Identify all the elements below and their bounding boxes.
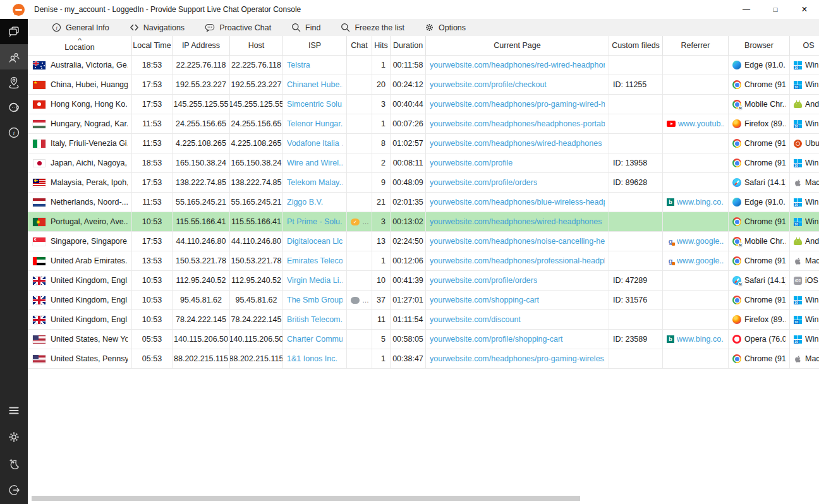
current-page-link[interactable]: yourwebsite.com/profile — [430, 159, 513, 167]
freeze-list-button[interactable]: Freeze the list — [341, 23, 404, 32]
table-row[interactable]: China, Hubei, Huangg...17:53192.55.23.22… — [28, 75, 819, 95]
current-page-link[interactable]: yourwebsite.com/headphones/red-wired-hea… — [430, 61, 605, 69]
apple-icon — [794, 257, 802, 265]
current-page-link[interactable]: yourwebsite.com/headphones/wired-headpho… — [430, 139, 602, 148]
horizontal-scrollbar-thumb[interactable] — [32, 496, 580, 501]
isp-link[interactable]: Pt Prime - Solu... — [287, 217, 343, 226]
isp-link[interactable]: Vodafone Italia ... — [287, 139, 343, 148]
angle-brackets-icon — [130, 23, 139, 32]
isp-link[interactable]: Charter Commu... — [287, 335, 343, 344]
location-text: United Arab Emirates... — [51, 256, 128, 265]
current-page-link[interactable]: yourwebsite.com/headphones/blue-wireless… — [430, 198, 605, 207]
current-page-link[interactable]: yourwebsite.com/headphones/wired-headpho… — [430, 217, 602, 226]
table-row[interactable]: United States, New Yo...05:53140.115.206… — [28, 330, 819, 349]
table-row[interactable]: United Kingdom, Engl...10:5395.45.81.629… — [28, 291, 819, 310]
table-row[interactable]: Singapore, Singapore...17:5344.110.246.8… — [28, 232, 819, 251]
column-header-browser[interactable]: Browser — [729, 36, 790, 55]
table-row[interactable]: United Kingdom, Engl...10:5378.24.222.14… — [28, 310, 819, 330]
referrer-cell — [663, 173, 729, 192]
referrer-link[interactable]: www.youtub... — [678, 119, 724, 128]
table-row[interactable]: Hong Kong, Hong Ko...17:53145.255.125.55… — [28, 95, 819, 114]
current-page-link[interactable]: yourwebsite.com/discount — [430, 315, 521, 324]
referrer-link[interactable]: www.google... — [677, 256, 724, 265]
chat-cell — [347, 56, 372, 75]
column-header-duration[interactable]: Duration — [391, 36, 426, 55]
column-header-hits[interactable]: Hits — [372, 36, 391, 55]
table-row[interactable]: Italy, Friuli-Venezia Gi...11:534.225.10… — [28, 134, 819, 153]
table-row[interactable]: Hungary, Nograd, Kar...11:5324.255.156.6… — [28, 114, 819, 134]
current-page-link[interactable]: yourwebsite.com/profile/shopping-cart — [430, 335, 563, 344]
table-row[interactable]: United States, Pennsy...05:5388.202.215.… — [28, 349, 819, 369]
sidebar-item-chats[interactable] — [0, 19, 28, 44]
referrer-link[interactable]: www.bing.co... — [677, 198, 724, 207]
table-row[interactable]: United Arab Emirates...13:53150.53.221.7… — [28, 251, 819, 271]
isp-link[interactable]: Simcentric Solu... — [287, 100, 343, 109]
referrer-link[interactable]: www.bing.co... — [677, 335, 724, 344]
minimize-button[interactable]: — — [732, 0, 761, 19]
local-time-cell: 10:53 — [132, 271, 173, 290]
current-page-cell: yourwebsite.com/profile/orders — [426, 173, 609, 192]
isp-link[interactable]: Telenor Hungar... — [287, 119, 343, 128]
isp-link[interactable]: British Telecom... — [287, 315, 343, 324]
info-circle-icon: i — [52, 23, 61, 32]
close-button[interactable]: × — [790, 0, 819, 19]
sidebar-item-settings[interactable] — [0, 424, 28, 450]
table-row[interactable]: Australia, Victoria, Ge...18:5322.225.76… — [28, 56, 819, 75]
current-page-link[interactable]: yourwebsite.com/headphones/pro-gaming-wi… — [430, 100, 605, 109]
isp-link[interactable]: Wire and Wirel... — [287, 159, 343, 167]
local-time-cell: 10:53 — [132, 310, 173, 329]
isp-link[interactable]: Digitalocean Llc — [287, 237, 343, 246]
isp-link[interactable]: Telstra — [287, 61, 310, 69]
sidebar-item-operator-support[interactable] — [0, 95, 28, 120]
current-page-link[interactable]: yourwebsite.com/profile/checkout — [430, 80, 547, 89]
column-header-local-time[interactable]: Local Time — [132, 36, 173, 55]
column-header-location[interactable]: ^ Location — [28, 36, 132, 55]
current-page-link[interactable]: yourwebsite.com/headphones/noise-cancell… — [430, 237, 605, 246]
isp-link[interactable]: Ziggo B.V. — [287, 198, 323, 207]
local-time-cell: 05:53 — [132, 349, 173, 368]
current-page-link[interactable]: yourwebsite.com/profile/orders — [430, 276, 537, 285]
current-page-link[interactable]: yourwebsite.com/headphones/headphones-po… — [430, 119, 605, 128]
column-header-chat[interactable]: Chat — [347, 36, 372, 55]
isp-link[interactable]: The Smb Group — [287, 296, 343, 304]
main-content: i General Info Navigations Proactive Cha… — [28, 19, 819, 504]
current-page-link[interactable]: yourwebsite.com/headphones/pro-gaming-wi… — [430, 354, 605, 363]
maximize-button[interactable]: □ — [761, 0, 790, 19]
isp-link[interactable]: Chinanet Hube... — [287, 80, 343, 89]
referrer-link[interactable]: www.google... — [677, 237, 724, 246]
table-row[interactable]: Netherlands, Noord-...11:5355.165.245.21… — [28, 193, 819, 212]
sidebar-item-night-mode[interactable] — [0, 451, 28, 476]
table-row[interactable]: Portugal, Aveiro, Ave...10:53115.55.166.… — [28, 212, 819, 232]
navigations-button[interactable]: Navigations — [130, 23, 185, 32]
proactive-chat-button[interactable]: Proactive Chat — [205, 23, 271, 32]
browser-cell: MSafari (14.1) — [729, 271, 790, 290]
sidebar-item-visitors[interactable] — [0, 44, 28, 69]
isp-link[interactable]: Telekom Malay... — [287, 178, 343, 187]
sidebar-item-info[interactable]: i — [0, 120, 28, 145]
column-header-host[interactable]: Host — [230, 36, 283, 55]
options-button[interactable]: Options — [425, 23, 466, 32]
sidebar-item-menu[interactable] — [0, 398, 28, 423]
os-text: Win — [805, 80, 819, 89]
referrer-cell: gwww.google... — [663, 251, 729, 270]
table-row[interactable]: Japan, Aichi, Nagoya, ...18:53165.150.38… — [28, 153, 819, 173]
current-page-link[interactable]: yourwebsite.com/headphones/professional-… — [430, 256, 605, 265]
current-page-link[interactable]: yourwebsite.com/shopping-cart — [430, 296, 539, 304]
table-row[interactable]: Malaysia, Perak, Ipoh, ...17:53138.222.7… — [28, 173, 819, 193]
column-header-os[interactable]: OS — [790, 36, 819, 55]
isp-link[interactable]: 1&1 Ionos Inc. — [287, 354, 337, 363]
table-row[interactable]: United Kingdom, Engl...10:53112.95.240.5… — [28, 271, 819, 291]
sidebar-item-logout[interactable] — [0, 477, 28, 503]
isp-link[interactable]: Virgin Media Li... — [287, 276, 343, 285]
column-header-current-page[interactable]: Current Page — [426, 36, 609, 55]
find-button[interactable]: Find — [291, 23, 320, 32]
column-header-isp[interactable]: ISP — [283, 36, 347, 55]
isp-link[interactable]: Emirates Teleco... — [287, 256, 343, 265]
column-header-ip-address[interactable]: IP Address — [173, 36, 230, 55]
os-text: Win — [805, 198, 819, 207]
column-header-referrer[interactable]: Referrer — [663, 36, 729, 55]
general-info-button[interactable]: i General Info — [52, 23, 109, 32]
current-page-link[interactable]: yourwebsite.com/profile/orders — [430, 178, 537, 187]
sidebar-item-geo-location[interactable] — [0, 69, 28, 95]
column-header-custom-fields[interactable]: Custom fileds — [609, 36, 663, 55]
